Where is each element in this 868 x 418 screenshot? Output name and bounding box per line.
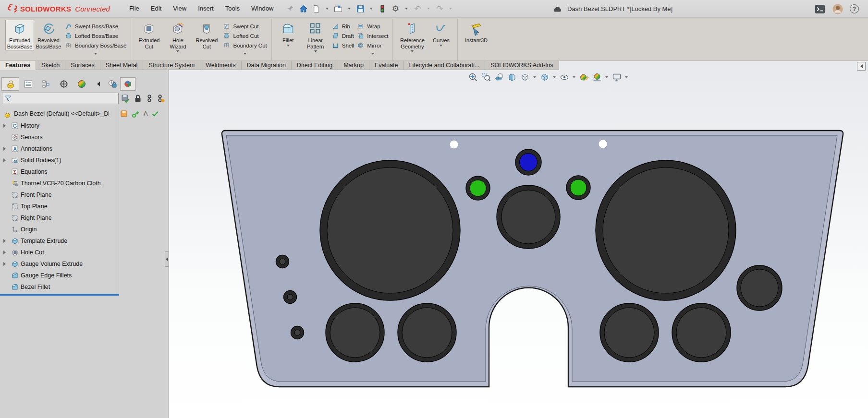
indicator-green-left[interactable]: [470, 180, 486, 196]
tree-item-gauge-volume-extrude[interactable]: Gauge Volume Extrude: [0, 258, 119, 270]
section-view-icon[interactable]: [506, 71, 518, 83]
view-orientation-icon[interactable]: [519, 71, 531, 83]
curves-button[interactable]: Curves: [428, 20, 454, 48]
tab-data-migration[interactable]: Data Migration: [242, 61, 292, 70]
mirror-button[interactable]: Mirror: [357, 42, 388, 49]
lofted-cut-button[interactable]: Lofted Cut: [223, 32, 267, 39]
tree-root-item[interactable]: Dash Bezel (Default) <<Default>_Disp: [0, 108, 119, 119]
sync-ok-icon[interactable]: [151, 110, 159, 118]
link-pending-icon[interactable]: [157, 94, 165, 103]
help-icon[interactable]: ?: [850, 4, 859, 13]
gauge-bottom-left1[interactable]: [330, 308, 380, 358]
save-icon[interactable]: [354, 2, 367, 15]
swept-boss-base-button[interactable]: Swept Boss/Base: [65, 23, 126, 30]
extruded-cut-button[interactable]: Extruded Cut: [134, 20, 163, 50]
indicator-blue[interactable]: [520, 154, 538, 171]
rib-button[interactable]: Rib: [332, 23, 355, 30]
boundary-cut-button[interactable]: Boundary Cut: [223, 42, 267, 49]
curves-dropdown[interactable]: [440, 45, 442, 47]
apply-scene-dropdown[interactable]: [605, 76, 608, 78]
expand-arrow-icon[interactable]: [3, 251, 6, 254]
collapse-panel-arrow[interactable]: [97, 82, 100, 86]
lock-key-icon[interactable]: [132, 110, 140, 118]
small-hole-middle[interactable]: [287, 294, 293, 300]
linear-pattern-dropdown[interactable]: [314, 50, 317, 52]
boundary-boss-base-button[interactable]: Boundary Boss/Base: [65, 42, 126, 49]
mount-hole-left[interactable]: [450, 140, 458, 149]
checked-out-icon[interactable]: [120, 110, 128, 118]
menu-tools[interactable]: Tools: [220, 0, 245, 17]
menu-insert[interactable]: Insert: [192, 0, 220, 17]
tree-item-origin[interactable]: Origin: [0, 224, 119, 235]
pdm-lock-status-icon[interactable]: [105, 77, 120, 91]
gauge-bottom-left2[interactable]: [402, 308, 452, 358]
tree-filter-input[interactable]: [2, 93, 119, 104]
display-style-icon[interactable]: [538, 71, 550, 83]
boss-stack-dropdown[interactable]: [94, 53, 97, 55]
tree-item-history[interactable]: History: [0, 120, 119, 131]
tab-evaluate[interactable]: Evaluate: [369, 61, 404, 70]
tab-sheet-metal[interactable]: Sheet Metal: [100, 61, 144, 70]
tree-item-template-extrude[interactable]: Template Extrude: [0, 235, 119, 247]
tree-item-gauge-edge-fillets[interactable]: Gauge Edge Fillets: [0, 270, 119, 281]
model-dash-bezel[interactable]: [169, 70, 868, 418]
tab-dimxpert-manager[interactable]: [55, 77, 73, 91]
save-dropdown[interactable]: [367, 2, 376, 15]
tab-property-manager[interactable]: [19, 77, 37, 91]
revolved-boss-base-button[interactable]: Revolved Boss/Base: [34, 20, 63, 50]
indicator-green-right[interactable]: [570, 179, 587, 196]
tree-item-material[interactable]: Thornel VCB-20 Carbon Cloth: [0, 178, 119, 189]
tree-item-hole-cut[interactable]: Hole Cut: [0, 247, 119, 258]
linear-pattern-button[interactable]: Linear Pattern: [301, 20, 330, 53]
lock-icon[interactable]: [134, 94, 142, 103]
undo-icon[interactable]: ↶: [411, 2, 424, 15]
undo-dropdown[interactable]: [424, 2, 433, 15]
fillet-button[interactable]: Fillet: [275, 20, 301, 48]
lofted-boss-base-button[interactable]: Lofted Boss/Base: [65, 32, 126, 39]
edit-appearance-icon[interactable]: [578, 71, 590, 83]
tree-item-equations[interactable]: Σ Equations: [0, 166, 119, 178]
rollback-bar[interactable]: [0, 294, 119, 296]
hide-show-items-icon[interactable]: [558, 71, 570, 83]
menu-view[interactable]: View: [167, 0, 192, 17]
save-status-icon[interactable]: [121, 94, 130, 103]
settings-dropdown[interactable]: [402, 2, 411, 15]
tree-item-solid-bodies[interactable]: Solid Bodies(1): [0, 155, 119, 166]
gauge-right-edge[interactable]: [741, 269, 778, 307]
shell-button[interactable]: Shell: [332, 42, 355, 49]
expand-arrow-icon[interactable]: [3, 239, 6, 243]
redo-icon[interactable]: ↷: [433, 2, 446, 15]
hide-show-items-dropdown[interactable]: [573, 76, 575, 78]
tab-display-manager[interactable]: [73, 77, 90, 91]
tab-configuration-manager[interactable]: [37, 77, 55, 91]
reference-geometry-button[interactable]: Reference Geometry: [396, 20, 428, 53]
revolved-cut-button[interactable]: Revolved Cut: [192, 20, 221, 50]
zoom-to-fit-icon[interactable]: [467, 71, 479, 83]
view-settings-dropdown[interactable]: [625, 76, 628, 78]
wrap-stack-dropdown[interactable]: [371, 53, 374, 55]
redo-dropdown[interactable]: [446, 2, 455, 15]
zoom-to-area-icon[interactable]: [480, 71, 492, 83]
display-style-dropdown[interactable]: [553, 76, 556, 78]
swept-cut-button[interactable]: Swept Cut: [223, 23, 267, 30]
tree-item-front-plane[interactable]: Front Plane: [0, 189, 119, 201]
gauge-large-right[interactable]: [603, 167, 729, 293]
tab-structure-system[interactable]: Structure System: [143, 61, 200, 70]
fillet-dropdown[interactable]: [287, 45, 290, 47]
small-hole-top[interactable]: [280, 259, 285, 264]
tree-item-right-plane[interactable]: Right Plane: [0, 212, 119, 224]
pin-icon[interactable]: [284, 2, 296, 15]
draft-button[interactable]: Draft: [332, 32, 355, 39]
link-icon[interactable]: [146, 94, 153, 103]
tree-item-annotations[interactable]: A Annotations: [0, 143, 119, 155]
tab-markup[interactable]: Markup: [338, 61, 369, 70]
panel-splitter-handle[interactable]: [165, 251, 169, 267]
gauge-large-left[interactable]: [327, 167, 453, 293]
user-avatar[interactable]: [832, 3, 844, 15]
apply-scene-icon[interactable]: [591, 71, 603, 83]
tab-lifecycle-collaboration[interactable]: Lifecycle and Collaborati...: [404, 61, 486, 70]
tab-surfaces[interactable]: Surfaces: [65, 61, 100, 70]
expand-arrow-icon[interactable]: [3, 124, 6, 128]
hole-wizard-dropdown[interactable]: [176, 50, 179, 52]
new-document-icon[interactable]: [310, 2, 322, 15]
